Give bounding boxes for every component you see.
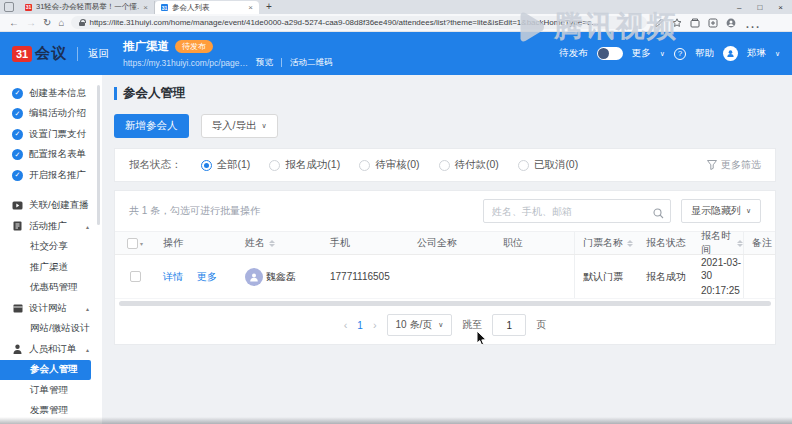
browser-tab-2[interactable]: 31 参会人列表 ×: [155, 1, 259, 14]
sidebar-item-label: 网站/微站设计: [30, 322, 90, 335]
select-dropdown-icon[interactable]: ▾: [140, 240, 143, 247]
web-capture-icon[interactable]: [708, 18, 718, 28]
row-more-link[interactable]: 更多: [197, 270, 217, 284]
filter-label: 报名状态：: [129, 158, 182, 172]
home-icon[interactable]: ⌂: [58, 18, 64, 28]
attendee-phone: 17771116505: [322, 255, 409, 298]
browser-more-icon[interactable]: …: [744, 14, 760, 32]
window-maximize-button[interactable]: □: [757, 3, 762, 12]
radio-icon: [439, 160, 450, 171]
col-header-ticket[interactable]: 门票名称: [575, 232, 638, 254]
sort-icon: [269, 240, 275, 247]
detail-link[interactable]: 详情: [163, 270, 183, 284]
preview-link[interactable]: 预览: [256, 57, 273, 69]
search-icon[interactable]: [653, 205, 664, 223]
prev-page-icon[interactable]: ‹: [344, 319, 348, 331]
publish-toggle[interactable]: [597, 47, 623, 60]
sidebar-group-promotion[interactable]: 活动推广 ▴: [0, 216, 102, 237]
user-avatar[interactable]: [723, 46, 738, 61]
window-minimize-button[interactable]: –: [737, 3, 741, 12]
page-size-select[interactable]: 10 条/页 ∨: [387, 314, 453, 336]
jump-page-input[interactable]: [492, 314, 526, 336]
radio-icon: [359, 160, 370, 171]
sidebar-item-label: 参会人管理: [30, 363, 78, 376]
window-close-button[interactable]: ×: [778, 3, 783, 12]
current-page[interactable]: 1: [357, 320, 363, 331]
forward-icon: →: [26, 18, 36, 28]
sidebar-step-form[interactable]: ✓ 配置报名表单: [0, 145, 102, 166]
read-aloud-icon[interactable]: [654, 18, 664, 28]
collections-icon[interactable]: [690, 18, 700, 28]
sidebar-step-promotion[interactable]: ✓ 开启报名推广: [0, 165, 102, 186]
horizontal-scrollbar-thumb[interactable]: [119, 301, 771, 306]
tab2-close-icon[interactable]: ×: [248, 3, 253, 12]
profile-avatar-icon[interactable]: [726, 18, 736, 28]
columns-button-label: 显示隐藏列: [691, 204, 741, 218]
header-more-menu[interactable]: 更多: [632, 47, 651, 60]
url-text: https://lite.31huiyi.com/home/manage/eve…: [89, 18, 598, 27]
filter-success[interactable]: 报名成功(1): [269, 158, 340, 172]
select-all-checkbox[interactable]: [127, 238, 138, 249]
event-mini-url: https://my.31huiyi.com/pc/page…: [123, 58, 248, 68]
col-header-name[interactable]: 姓名: [237, 232, 322, 254]
back-icon[interactable]: ←: [9, 18, 19, 28]
favorite-star-icon[interactable]: [672, 18, 682, 28]
collapse-icon[interactable]: ▴: [86, 346, 89, 353]
sidebar-step-basic-info[interactable]: ✓ 创建基本信息: [0, 83, 102, 104]
show-hide-columns-button[interactable]: 显示隐藏列 ∨: [681, 199, 761, 223]
attendee-status: 报名成功: [638, 255, 693, 298]
sidebar-item-invoices[interactable]: 发票管理: [0, 401, 102, 422]
filter-all[interactable]: 全部(1): [201, 158, 251, 172]
sidebar-scrollbar[interactable]: [97, 85, 100, 225]
attendee-list-panel: 共 1 条，勾选可进行批量操作 显示隐藏列 ∨ ▾ 操作 姓名 手机 公: [114, 190, 776, 345]
col-header-time[interactable]: 报名时间: [693, 232, 743, 254]
tab2-favicon: 31: [161, 4, 168, 11]
col-header-status: 报名状态: [638, 232, 693, 254]
chevron-down-icon: ∨: [746, 207, 751, 215]
filter-cancelled[interactable]: 已取消(0): [518, 158, 578, 172]
sidebar-item-orders[interactable]: 订单管理: [0, 380, 102, 401]
filter-pending-payment[interactable]: 待付款(0): [439, 158, 499, 172]
filter-pending-review[interactable]: 待审核(0): [359, 158, 419, 172]
sidebar: ✓ 创建基本信息 ✓ 编辑活动介绍 ✓ 设置门票支付 ✓ 配置报名表单 ✓ 开启…: [0, 75, 102, 424]
help-label[interactable]: 帮助: [695, 47, 714, 60]
collapse-icon[interactable]: ▴: [86, 305, 89, 312]
sidebar-item-live[interactable]: 关联/创建直播: [0, 196, 102, 217]
tab1-close-icon[interactable]: ×: [143, 3, 148, 12]
row-checkbox[interactable]: [130, 271, 141, 282]
sidebar-item-promo-channel[interactable]: 推广渠道: [0, 257, 102, 278]
next-page-icon[interactable]: ›: [373, 319, 377, 331]
help-icon[interactable]: ?: [674, 48, 686, 60]
sidebar-group-design[interactable]: 设计网站 ▴: [0, 298, 102, 319]
attendee-register-time: 2021-03-30 20:17:25: [693, 255, 743, 298]
sidebar-item-attendees[interactable]: 参会人管理: [0, 360, 91, 381]
collapse-icon[interactable]: ▴: [86, 223, 89, 230]
browser-tab-1[interactable]: 31 31轻会-办会轻而易举！一个懂… ×: [19, 1, 155, 14]
sidebar-item-coupon[interactable]: 优惠码管理: [0, 278, 102, 299]
sidebar-item-site-design[interactable]: 网站/微站设计: [0, 319, 102, 340]
step-check-icon: ✓: [12, 88, 23, 99]
publish-status-label: 待发布: [559, 47, 588, 60]
jump-to-label: 跳至: [462, 318, 482, 332]
address-bar[interactable]: https://lite.31huiyi.com/home/manage/eve…: [71, 16, 647, 29]
sidebar-step-ticket-pay[interactable]: ✓ 设置门票支付: [0, 124, 102, 145]
sidebar-step-intro[interactable]: ✓ 编辑活动介绍: [0, 104, 102, 125]
attendee-ticket: 默认门票: [575, 255, 638, 298]
step-check-icon: ✓: [12, 149, 23, 160]
sidebar-item-social-share[interactable]: 社交分享: [0, 237, 102, 258]
event-qr-link[interactable]: 活动二维码: [290, 57, 333, 69]
back-link[interactable]: 返回: [88, 47, 109, 61]
import-export-button[interactable]: 导入/导出 ∨: [201, 114, 278, 138]
search-input[interactable]: [483, 199, 671, 223]
more-filters-button[interactable]: 更多筛选: [707, 158, 761, 172]
title-accent-bar: [114, 87, 117, 100]
new-tab-button[interactable]: +: [266, 2, 272, 12]
tab-actions-icon[interactable]: [4, 2, 14, 12]
register-clock: 20:17:25: [701, 284, 740, 298]
refresh-icon[interactable]: ↻: [43, 18, 51, 28]
sidebar-group-people-orders[interactable]: 人员和订单 ▴: [0, 339, 102, 360]
add-attendee-button[interactable]: 新增参会人: [114, 114, 189, 138]
jump-unit-label: 页: [536, 318, 546, 332]
website-icon: [12, 304, 23, 313]
username[interactable]: 郑琳: [747, 47, 766, 60]
